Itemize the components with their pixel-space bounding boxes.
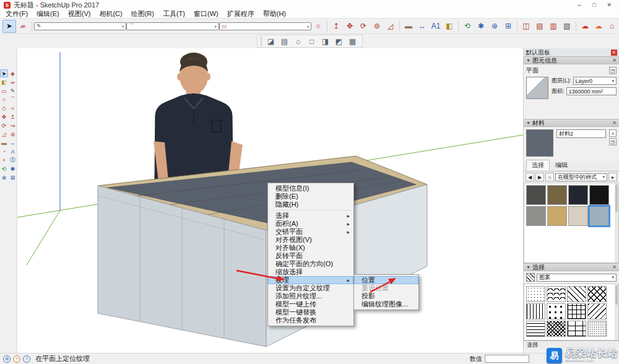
right-view-icon[interactable]: ◨: [319, 35, 332, 48]
pattern-crosshatch[interactable]: [587, 286, 607, 302]
tab-edit[interactable]: 编辑: [550, 160, 573, 171]
person-figure[interactable]: [154, 53, 243, 181]
lt-zoom-tool-icon[interactable]: ⊕: [0, 173, 8, 181]
eraser-tool-icon[interactable]: ▰: [16, 20, 30, 33]
maximize-button[interactable]: □: [592, 2, 595, 8]
menu-edit[interactable]: 编辑(E): [32, 9, 64, 19]
lt-protractor-tool-icon[interactable]: ◔: [0, 147, 8, 155]
lt-3d-text-tool-icon[interactable]: Ⓐ: [9, 156, 17, 164]
menu-draw[interactable]: 绘图(R): [127, 9, 158, 19]
pattern-dots-large[interactable]: [547, 303, 566, 319]
section-plane-tool-icon[interactable]: ◫: [519, 20, 533, 33]
push-pull-tool-icon[interactable]: ↥: [329, 20, 343, 33]
pattern-brick[interactable]: [567, 321, 586, 337]
toolbar-grip[interactable]: [260, 37, 262, 46]
lt-freehand-tool-icon[interactable]: ≈: [9, 104, 17, 112]
menu-extensions[interactable]: 扩展程序: [223, 9, 259, 19]
text-tool-icon[interactable]: A1: [429, 20, 443, 33]
sm-edit-texture-image[interactable]: 编辑纹理图像...: [354, 300, 418, 308]
section-display-tool-icon[interactable]: ▥: [547, 20, 560, 33]
material-collection-dropdown[interactable]: 在模型中的样式 ▾: [555, 173, 607, 181]
select-tool-icon[interactable]: ➤: [2, 20, 16, 33]
rotate-tool-icon[interactable]: ⟳: [357, 20, 370, 33]
zoom-tool-icon[interactable]: ⊕: [488, 20, 501, 33]
entity-info-close-icon[interactable]: ✕: [612, 58, 617, 63]
material-swatch-black[interactable]: [589, 185, 609, 205]
secondary-pane-button[interactable]: ◳: [609, 138, 617, 145]
menu-window[interactable]: 窗口(W): [189, 9, 223, 19]
lt-paint-bucket-icon[interactable]: ◧: [0, 78, 8, 86]
materials-close-icon[interactable]: ✕: [612, 120, 617, 126]
lt-rectangle-tool-icon[interactable]: ▭: [0, 87, 8, 95]
pattern-horizontal-lines[interactable]: [526, 321, 545, 337]
circle-tool-icon[interactable]: ○: [311, 20, 325, 33]
cloud-library-tool-icon[interactable]: ☁: [592, 20, 605, 33]
pattern-dots-small[interactable]: [526, 286, 545, 302]
help-icon[interactable]: ?: [23, 355, 30, 363]
rectangle-tool-icon[interactable]: ▭: [219, 22, 311, 30]
minimize-button[interactable]: ─: [578, 2, 581, 8]
line-tool-icon[interactable]: ✎: [34, 22, 126, 30]
tray-close-button[interactable]: ✕: [611, 50, 617, 56]
menu-help[interactable]: 帮助(H): [259, 9, 290, 19]
in-model-icon[interactable]: ⌂: [545, 173, 554, 181]
lt-move-tool-icon[interactable]: ✥: [0, 113, 8, 121]
geolocation-icon[interactable]: ⊕: [3, 355, 11, 363]
zoom-extents-tool-icon[interactable]: ⊞: [501, 20, 515, 33]
pattern-grid[interactable]: [567, 303, 586, 319]
lt-circle-tool-icon[interactable]: ○: [0, 95, 8, 103]
pattern-zigzag[interactable]: [547, 321, 566, 337]
forward-arrow-icon[interactable]: ▶: [535, 173, 544, 181]
material-swatch-gray[interactable]: [526, 206, 546, 226]
lt-tape-measure-icon[interactable]: ▬: [0, 139, 8, 147]
details-arrow-icon[interactable]: ▸: [608, 173, 617, 181]
home-view-icon[interactable]: ⌂: [292, 35, 305, 48]
lt-pan-tool-icon[interactable]: ✱: [9, 165, 17, 173]
materials-scrollbar[interactable]: [615, 183, 618, 262]
pattern-dense-dots[interactable]: [587, 321, 607, 337]
orbit-tool-icon[interactable]: ⟲: [461, 20, 474, 33]
active-material-thumbnail[interactable]: [526, 129, 553, 157]
lt-text-tool-icon[interactable]: A: [9, 147, 17, 155]
back-arrow-icon[interactable]: ◀: [526, 173, 534, 181]
cm-hide[interactable]: 隐藏(H): [268, 201, 353, 209]
move-tool-icon[interactable]: ✥: [343, 20, 357, 33]
material-swatch-bluegray[interactable]: [589, 206, 609, 226]
menu-tools[interactable]: 工具(T): [158, 9, 189, 19]
menu-view[interactable]: 视图(V): [64, 9, 95, 19]
lt-push-pull-tool-icon[interactable]: ↥: [9, 113, 17, 121]
cloud-upload-tool-icon[interactable]: ☁: [578, 20, 592, 33]
create-material-button[interactable]: ＋: [609, 129, 617, 137]
paint-bucket-tool-icon[interactable]: ◧: [443, 20, 456, 33]
iso-view-icon[interactable]: ◪: [264, 35, 278, 48]
material-swatch-charcoal[interactable]: [526, 185, 546, 205]
lt-orbit-tool-icon[interactable]: ⟲: [0, 165, 8, 173]
pattern-diagonal-left[interactable]: [587, 303, 607, 319]
lt-select-tool-icon[interactable]: ➤: [0, 69, 8, 77]
lt-offset-tool-icon[interactable]: ⊚: [9, 130, 17, 138]
arc-tool-icon[interactable]: ⌒: [126, 22, 219, 30]
lt-dimension-tool-icon[interactable]: ↔: [9, 139, 17, 147]
pattern-diagonal-hatch[interactable]: [567, 286, 586, 302]
section-fill-tool-icon[interactable]: ▤: [533, 20, 547, 33]
pattern-shingles[interactable]: [547, 286, 566, 302]
materials-header[interactable]: ▼ 材料 ✕: [524, 119, 619, 127]
counter-model[interactable]: [98, 156, 427, 347]
lt-eraser-tool-icon[interactable]: ▰: [9, 78, 17, 86]
back-view-icon[interactable]: ◩: [332, 35, 346, 48]
tab-select[interactable]: 选择: [526, 160, 550, 171]
material-name-field[interactable]: 材料2: [556, 129, 606, 138]
close-button[interactable]: ✕: [607, 2, 612, 8]
material-swatch-olive[interactable]: [547, 185, 567, 205]
material-swatch-beige[interactable]: [568, 206, 588, 226]
lt-make-component-icon[interactable]: ◈: [9, 69, 17, 77]
styles-close-icon[interactable]: ✕: [612, 264, 617, 270]
top-view-icon[interactable]: ▤: [278, 35, 292, 48]
menu-file[interactable]: 文件(F): [1, 9, 32, 19]
lt-axes-tool-icon[interactable]: +: [0, 156, 8, 164]
layer-dropdown[interactable]: Layer0 ▾: [573, 77, 617, 85]
lt-follow-me-tool-icon[interactable]: ↝: [9, 121, 17, 129]
scale-tool-icon[interactable]: ◿: [384, 20, 397, 33]
styles-select-header[interactable]: ▼ 选择 ✕: [524, 263, 619, 271]
dimension-tool-icon[interactable]: ↔: [415, 20, 429, 33]
